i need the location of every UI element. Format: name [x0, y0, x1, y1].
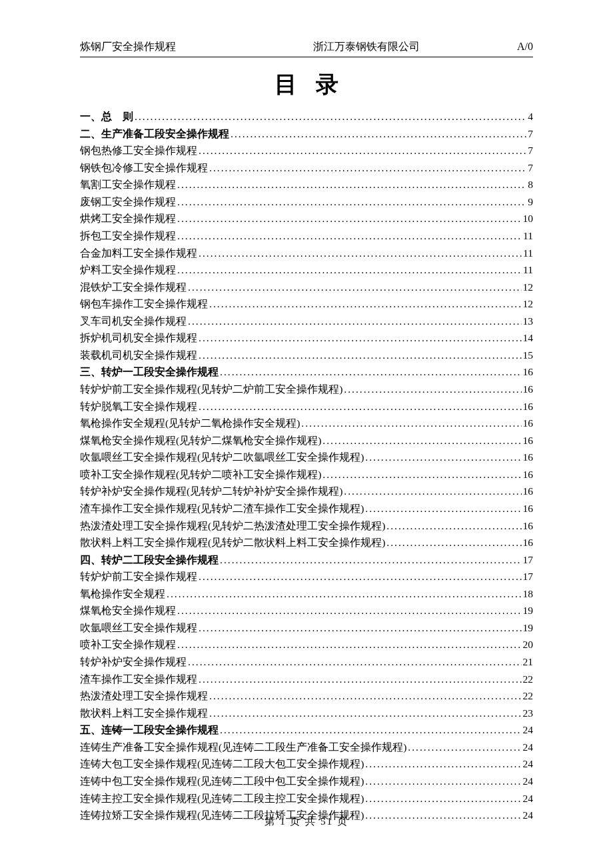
- toc-item-page: 16: [523, 534, 534, 551]
- toc-dots: [199, 671, 522, 688]
- toc-dots: [177, 602, 522, 619]
- toc-dots: [408, 739, 521, 756]
- toc-item-text: 拆炉机司机安全操作规程: [80, 329, 197, 347]
- toc-dots: [386, 517, 521, 535]
- toc-item-text: 合金加料工安全操作规程: [80, 245, 197, 262]
- header-left: 炼钢厂安全操作规程: [80, 40, 176, 54]
- toc-item: 渣车操作工安全操作规程(见转炉二渣车操作工安全操作规程)16: [80, 500, 533, 517]
- toc-item: 连铸生产准备工安全操作规程(见连铸二工段生产准备工安全操作规程)24: [80, 739, 533, 756]
- toc-item-text: 烘烤工安全操作规程: [80, 210, 176, 227]
- toc-item-page: 16: [523, 381, 534, 398]
- toc-item-text: 废钢工安全操作规程: [80, 193, 176, 211]
- toc-item: 烘烤工安全操作规程10: [80, 210, 533, 227]
- toc-item-page: 12: [523, 295, 534, 313]
- toc-dots: [199, 568, 522, 585]
- toc-item-text: 一、总 则: [80, 108, 133, 125]
- toc-item-text: 混铁炉工安全操作规程: [80, 279, 187, 296]
- toc-dots: [301, 415, 521, 432]
- toc-title: 目录: [80, 69, 533, 100]
- toc-item-page: 12: [523, 279, 534, 296]
- header-right: A/0: [517, 41, 533, 53]
- toc-item: 连铸中包工安全操作规程(见连铸二工段中包工安全操作规程)24: [80, 773, 533, 790]
- toc-item-text: 散状料上料工安全操作规程(见转炉二散状料上料工安全操作规程): [80, 534, 385, 551]
- toc-item-page: 10: [523, 210, 534, 227]
- toc-item: 散状料上料工安全操作规程23: [80, 705, 533, 722]
- toc-item: 拆炉机司机安全操作规程14: [80, 329, 533, 347]
- toc-item-text: 氧枪操作安全规程: [80, 585, 165, 603]
- toc-item-text: 煤氧枪安全操作规程(见转炉二煤氧枪安全操作规程): [80, 432, 321, 449]
- toc-item-text: 三、转炉一工段安全操作规程: [80, 363, 219, 381]
- toc-dots: [167, 585, 522, 603]
- toc-item-page: 18: [523, 585, 534, 603]
- toc-item: 热泼渣处理工安全操作规程(见转炉二热泼渣处理工安全操作规程)16: [80, 517, 533, 535]
- toc-list: 一、总 则4二、生产准备工段安全操作规程7钢包热修工安全操作规程7钢铁包冷修工安…: [80, 108, 533, 824]
- toc-item-text: 转炉炉前工安全操作规程(见转炉二炉前工安全操作规程): [80, 381, 342, 398]
- toc-item: 煤氧枪安全操作规程19: [80, 602, 533, 619]
- toc-item-page: 23: [523, 705, 534, 722]
- toc-item-page: 22: [523, 671, 534, 688]
- toc-dots: [365, 773, 521, 790]
- toc-item-text: 叉车司机安全操作规程: [80, 313, 187, 330]
- toc-dots: [199, 398, 522, 415]
- toc-item-text: 拆包工安全操作规程: [80, 227, 176, 245]
- toc-item: 氧割工安全操作规程8: [80, 176, 533, 193]
- toc-item-page: 16: [523, 466, 534, 483]
- toc-dots: [231, 125, 526, 143]
- toc-item-page: 15: [523, 347, 534, 364]
- toc-dots: [386, 534, 521, 551]
- toc-dots: [322, 466, 521, 483]
- toc-item-text: 连铸主控工安全操作规程(见连铸二工段主控工安全操作规程): [80, 790, 364, 807]
- toc-item-text: 连铸大包工安全操作规程(见连铸二工段大包工安全操作规程): [80, 755, 364, 773]
- toc-item-page: 24: [523, 773, 534, 790]
- toc-dots: [209, 295, 522, 313]
- toc-item-text: 喷补工安全操作规程: [80, 636, 176, 653]
- toc-item-text: 散状料上料工安全操作规程: [80, 705, 208, 722]
- toc-item-text: 转炉补炉安全操作规程: [80, 653, 187, 671]
- toc-dots: [220, 721, 522, 739]
- toc-dots: [220, 551, 522, 569]
- toc-item-text: 五、连铸一工段安全操作规程: [80, 721, 219, 739]
- toc-item-page: 13: [523, 313, 534, 330]
- toc-item-text: 热泼渣处理工安全操作规程(见转炉二热泼渣处理工安全操作规程): [80, 517, 385, 535]
- toc-item: 二、生产准备工段安全操作规程7: [80, 125, 533, 143]
- toc-item-text: 转炉脱氧工安全操作规程: [80, 398, 197, 415]
- toc-item: 连铸大包工安全操作规程(见连铸二工段大包工安全操作规程)24: [80, 755, 533, 773]
- toc-item: 四、转炉二工段安全操作规程17: [80, 551, 533, 569]
- toc-dots: [177, 193, 526, 211]
- toc-item-page: 16: [523, 415, 534, 432]
- toc-dots: [199, 142, 526, 159]
- toc-item-text: 吹氩喂丝工安全操作规程(见转炉二吹氩喂丝工安全操作规程): [80, 449, 364, 466]
- toc-item: 废钢工安全操作规程9: [80, 193, 533, 211]
- toc-item-page: 16: [523, 398, 534, 415]
- toc-dots: [177, 176, 526, 193]
- toc-dots: [209, 705, 522, 722]
- toc-item-text: 氧割工安全操作规程: [80, 176, 176, 193]
- toc-item: 叉车司机安全操作规程13: [80, 313, 533, 330]
- toc-dots: [365, 755, 521, 773]
- toc-dots: [177, 261, 522, 279]
- toc-item-text: 钢包热修工安全操作规程: [80, 142, 197, 159]
- toc-dots: [177, 227, 522, 245]
- toc-item: 三、转炉一工段安全操作规程16: [80, 363, 533, 381]
- toc-item-text: 渣车操作工安全操作规程: [80, 671, 197, 688]
- toc-item: 五、连铸一工段安全操作规程24: [80, 721, 533, 739]
- toc-item: 喷补工安全操作规程20: [80, 636, 533, 653]
- toc-item-page: 21: [523, 653, 534, 671]
- toc-item-page: 9: [528, 193, 533, 211]
- toc-dots: [177, 636, 522, 653]
- header-center: 浙江万泰钢铁有限公司: [176, 40, 517, 54]
- toc-dots: [199, 329, 522, 347]
- toc-dots: [209, 159, 526, 177]
- toc-item-page: 8: [528, 176, 533, 193]
- toc-item-text: 热泼渣处理工安全操作规程: [80, 687, 208, 705]
- toc-item: 转炉脱氧工安全操作规程16: [80, 398, 533, 415]
- toc-item-page: 11: [523, 245, 533, 262]
- toc-item: 热泼渣处理工安全操作规程22: [80, 687, 533, 705]
- toc-dots: [344, 381, 521, 398]
- toc-item-page: 17: [523, 551, 534, 569]
- toc-item: 转炉炉前工安全操作规程17: [80, 568, 533, 585]
- toc-item: 氧枪操作安全规程(见转炉二氧枪操作安全规程)16: [80, 415, 533, 432]
- toc-dots: [322, 432, 521, 449]
- toc-item: 钢铁包冷修工安全操作规程7: [80, 159, 533, 177]
- toc-item-page: 16: [523, 363, 534, 381]
